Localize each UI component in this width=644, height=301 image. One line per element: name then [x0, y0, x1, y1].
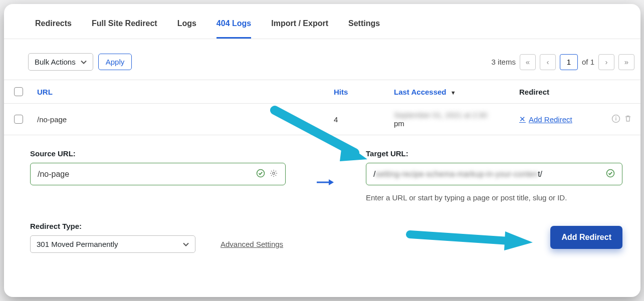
last-page-button[interactable]: » — [618, 54, 634, 70]
row-actions — [604, 114, 634, 125]
col-hits[interactable]: Hits — [334, 88, 394, 96]
redirect-type-select[interactable]: 301 Moved Permanently — [30, 235, 195, 253]
tab-bar: Redirects Full Site Redirect Logs 404 Lo… — [4, 4, 640, 39]
row-url: /no-page — [37, 115, 334, 124]
target-url-helper: Enter a URL or start by typing a page or… — [366, 193, 622, 202]
add-redirect-button[interactable]: Add Redirect — [550, 226, 622, 249]
target-url-value-blurred: setting-recipe-schema-markup-in-your-con… — [375, 170, 538, 179]
first-page-button[interactable]: « — [520, 54, 536, 70]
check-circle-icon — [256, 169, 265, 179]
advanced-settings-link[interactable]: Advanced Settings — [221, 240, 283, 248]
info-icon[interactable] — [611, 114, 620, 125]
row-hits: 4 — [334, 115, 394, 124]
row-last-accessed: September 01, 2021 at 2:30 pm — [394, 111, 519, 128]
table-header: URL Hits Last Accessed ▼ Redirect — [4, 80, 640, 104]
tab-full-site-redirect[interactable]: Full Site Redirect — [92, 19, 157, 39]
bulk-actions-label: Bulk Actions — [35, 58, 76, 66]
sort-desc-icon: ▼ — [451, 90, 456, 96]
col-last-accessed[interactable]: Last Accessed ▼ — [394, 88, 519, 96]
tab-import-export[interactable]: Import / Export — [271, 19, 328, 39]
trash-icon[interactable] — [623, 114, 632, 125]
toolbar: Bulk Actions Apply 3 items « ‹ of 1 › » — [4, 39, 640, 80]
svg-rect-2 — [615, 118, 616, 120]
redirect-icon: ✕ — [519, 115, 526, 124]
col-url[interactable]: URL — [37, 88, 334, 96]
redirect-type-value: 301 Moved Permanently — [37, 240, 118, 248]
target-url-label: Target URL: — [366, 149, 622, 158]
source-url-label: Source URL: — [30, 149, 286, 158]
target-url-suffix: t/ — [538, 170, 542, 179]
svg-point-4 — [273, 172, 275, 174]
source-url-input-wrap[interactable] — [30, 163, 286, 185]
tab-logs[interactable]: Logs — [177, 19, 196, 39]
bulk-actions-select[interactable]: Bulk Actions — [28, 53, 93, 71]
of-pages-label: of 1 — [582, 58, 594, 66]
pagination: 3 items « ‹ of 1 › » — [492, 54, 634, 70]
arrow-right-icon — [316, 176, 336, 190]
redirect-type-label: Redirect Type: — [30, 222, 195, 230]
select-all-checkbox[interactable] — [14, 87, 23, 96]
apply-button[interactable]: Apply — [98, 54, 132, 70]
source-url-input[interactable] — [38, 170, 256, 179]
tab-settings[interactable]: Settings — [348, 19, 380, 39]
items-count: 3 items — [492, 58, 516, 66]
check-circle-icon — [606, 169, 615, 179]
logs-table: URL Hits Last Accessed ▼ Redirect /no-pa… — [4, 80, 640, 135]
add-redirect-link[interactable]: ✕ Add Redirect — [519, 115, 572, 124]
app-window: Redirects Full Site Redirect Logs 404 Lo… — [4, 4, 640, 297]
table-row: /no-page 4 September 01, 2021 at 2:30 pm… — [4, 104, 640, 135]
next-page-button[interactable]: › — [598, 54, 614, 70]
svg-point-1 — [615, 116, 616, 117]
redirect-form: Source URL: Target URL — [4, 135, 640, 262]
tab-404-logs[interactable]: 404 Logs — [217, 19, 251, 39]
target-url-input-wrap[interactable]: / setting-recipe-schema-markup-in-your-c… — [366, 163, 622, 185]
row-checkbox[interactable] — [14, 115, 23, 124]
col-redirect: Redirect — [519, 88, 604, 96]
chevron-down-icon — [183, 242, 189, 246]
tab-redirects[interactable]: Redirects — [35, 19, 72, 39]
prev-page-button[interactable]: ‹ — [540, 54, 556, 70]
page-input[interactable] — [560, 54, 578, 70]
chevron-down-icon — [81, 60, 87, 64]
gear-icon[interactable] — [269, 169, 278, 179]
